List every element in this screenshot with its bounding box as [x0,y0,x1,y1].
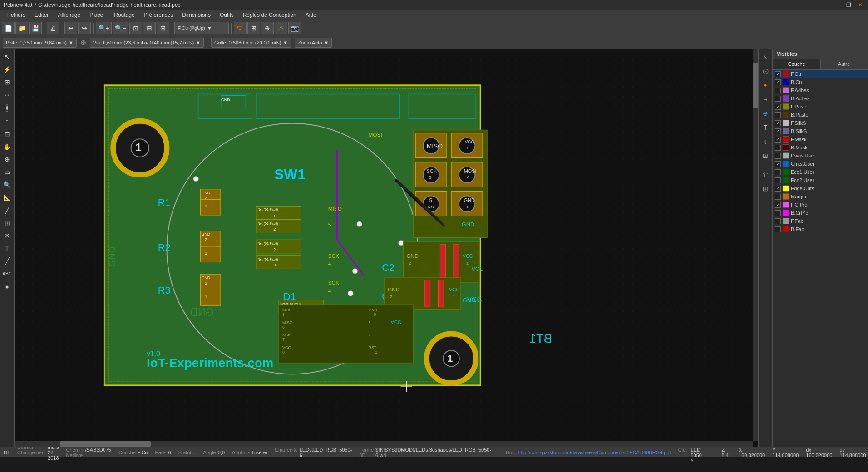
select-action-btn[interactable]: ↖ [759,51,772,64]
pointer-tool[interactable]: ↖ [1,51,13,63]
layer-fsilks-check[interactable]: ✓ [775,120,781,126]
layer-edgecuts[interactable]: ✓ Edge.Cuts [773,184,868,192]
layer-fcrtyd-check[interactable]: ✓ [775,202,781,208]
layer-bpaste-check[interactable] [775,112,781,118]
vertical-scrollbar[interactable] [753,49,758,441]
layer-ffab[interactable]: F.Fab [773,217,868,225]
layer-ffab-check[interactable] [775,218,781,224]
tab-couche[interactable]: Couche [773,59,821,69]
ruler-tool[interactable]: ↔ [1,89,13,101]
pcb-text-tool[interactable]: ABC [1,268,13,280]
pan-tool[interactable]: ✋ [1,141,13,152]
zoom-in-button[interactable]: 🔍+ [96,22,112,34]
layer-fadhes-check[interactable] [775,88,781,93]
arrow-action-btn[interactable]: ↕ [759,135,772,148]
layer-fcrtyd[interactable]: ✓ F.CrtYd [773,201,868,209]
layer-fcu-check[interactable]: ✓ [775,71,781,77]
add-track-tool[interactable]: ╱ [1,204,13,216]
layer-bpaste[interactable]: B.Paste [773,111,868,119]
menu-placer[interactable]: Placer [85,11,109,19]
3d-view-tool[interactable]: ◈ [1,280,13,292]
close-button[interactable]: ✕ [856,1,864,9]
add-via-tool[interactable]: ⊕ [1,153,13,165]
layer-bcu[interactable]: ✓ B.Cu [773,78,868,86]
layer-margin-check[interactable] [775,194,781,200]
highlight-net-tool[interactable]: ⚡ [1,64,13,75]
layer-eco1-check[interactable] [775,169,781,175]
inspect-tool[interactable]: 🔍 [1,179,13,191]
layer-dwgs-check[interactable] [775,153,781,159]
text-tool[interactable]: T [1,242,13,254]
layer-badhes-check[interactable] [775,96,781,102]
canvas-area[interactable]: 1 1 SW1 R1 R2 R3 D1 [15,49,758,447]
polar-button[interactable]: ⊕ [261,22,274,34]
track-dropdown[interactable]: Piste: 0,250 mm (9,84 mils) ▼ [3,38,77,48]
layer-fpaste[interactable]: ✓ F.Paste [773,103,868,111]
layer-eco2[interactable]: Eco2.User [773,176,868,184]
layer-bfab[interactable]: B.Fab [773,225,868,233]
add-component-tool[interactable]: ⊞ [1,217,13,229]
warn-button[interactable]: ⚠ [275,22,287,34]
maximize-button[interactable]: ❐ [844,1,853,9]
zoom-out-button[interactable]: 🔍− [113,22,128,34]
select-tool[interactable]: ↕ [1,115,13,127]
layer-fsilks[interactable]: ✓ F.SilkS [773,119,868,127]
menu-affichage[interactable]: Affichage [53,11,85,19]
expand-action-btn[interactable]: ⊞ [759,182,772,195]
zoom-prev-button[interactable]: ⊞ [157,22,169,34]
menu-routage[interactable]: Routage [109,11,139,19]
minimize-button[interactable]: — [833,1,841,9]
new-button[interactable]: 📄 [2,22,15,34]
layer-cmts[interactable]: ✓ Cmts.User [773,160,868,168]
layer-fmask-check[interactable]: ✓ [775,137,781,143]
menu-preferences[interactable]: Préférences [139,11,178,19]
redo-button[interactable]: ↪ [78,22,91,34]
layer-cmts-check[interactable]: ✓ [775,161,781,167]
draw-zone-tool[interactable]: ▭ [1,166,13,178]
zoom-fit-button[interactable]: ⊡ [129,22,142,34]
menu-outils[interactable]: Outils [215,11,238,19]
layer-badhes[interactable]: B.Adhes [773,94,868,103]
highlight-action-btn[interactable]: ✦ [759,79,772,92]
layer-bcrtyd-check[interactable] [775,210,781,216]
zoom-area-tool[interactable]: ⊟ [1,128,13,140]
layer-dwgs[interactable]: Dwgs.User [773,152,868,160]
layer-bfab-check[interactable] [775,226,781,232]
open-button[interactable]: 📁 [15,22,28,34]
text-action-btn[interactable]: T [759,121,772,134]
via-dropdown[interactable]: Via: 0,60 mm (23,6 mils)/ 0,40 mm (15,7 … [90,38,204,48]
menu-fichiers[interactable]: Fichiers [2,11,30,19]
drc-button[interactable]: 🛡 [234,22,247,34]
layer-fcu[interactable]: ✓ F.Cu [773,70,868,78]
layer-bsilks-check[interactable]: ✓ [775,128,781,134]
zoom-area-button[interactable]: ⊟ [143,22,156,34]
undo-button[interactable]: ↩ [64,22,77,34]
print-button[interactable]: 🖨 [47,22,59,34]
grid-view-button[interactable]: ⊞ [247,22,260,34]
layer-dropdown[interactable]: F.Cu (PgUp) ▼ [174,22,229,34]
layer-fmask[interactable]: ✓ F.Mask [773,135,868,143]
layer-eco1[interactable]: Eco1.User [773,168,868,176]
grid-action-btn[interactable]: ⊞ [759,149,772,162]
delete-tool[interactable]: ✕ [1,230,13,241]
inspect-action-btn[interactable]: ⊙ [759,65,772,78]
layer-bmask[interactable]: B.Mask [773,143,868,152]
menu-aide[interactable]: Aide [301,11,321,19]
ruler-action-btn[interactable]: ↔ [759,93,772,106]
layer-bmask-check[interactable] [775,145,781,151]
layer-fpaste-check[interactable]: ✓ [775,104,781,110]
tab-autre[interactable]: Autre [821,59,868,69]
grid-dropdown[interactable]: Grille: 0,5080 mm (20,00 mils) ▼ [211,38,291,48]
menu-regles[interactable]: Règles de Conception [238,11,301,19]
cam-button[interactable]: 📷 [288,22,301,34]
horizontal-scrollbar[interactable] [15,441,753,447]
delete-action-btn[interactable]: 🗑 [759,168,772,181]
zoom-dropdown[interactable]: Zoom Auto ▼ [295,38,332,48]
layer-edgecuts-check[interactable]: ✓ [775,186,781,192]
layer-bcrtyd[interactable]: B.CrtYd [773,209,868,217]
menu-dimensions[interactable]: Dimensions [178,11,215,19]
layer-bsilks[interactable]: ✓ B.SilkS [773,127,868,135]
measure-tool[interactable]: 📐 [1,192,13,203]
layer-fadhes[interactable]: F.Adhes [773,86,868,94]
layer-eco2-check[interactable] [775,177,781,183]
